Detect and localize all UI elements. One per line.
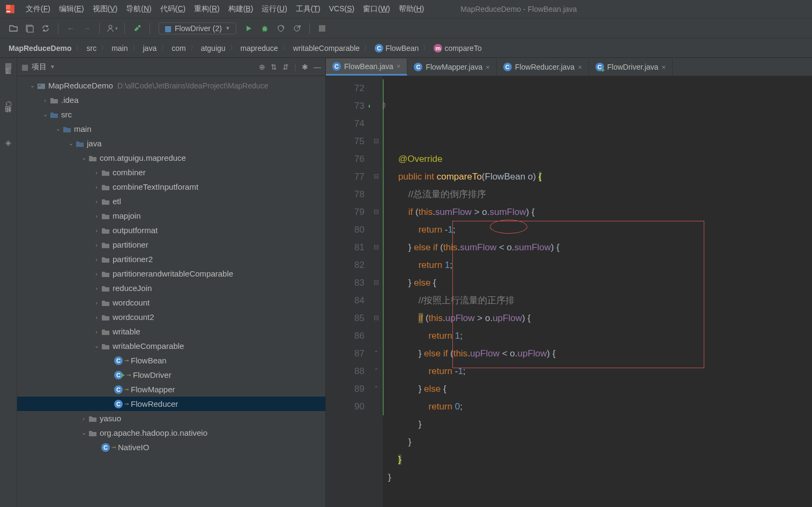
line-number[interactable]: 78 <box>326 185 364 203</box>
tree-arrow-icon[interactable]: › <box>92 256 101 263</box>
editor-tab[interactable]: CFlowMapper.java× <box>407 58 496 76</box>
breadcrumb-item[interactable]: main <box>109 44 130 53</box>
project-tool-icon[interactable]: ▦ <box>5 61 12 70</box>
tree-node[interactable]: ⌄java <box>17 136 325 151</box>
code-line[interactable]: return 1; <box>388 256 812 274</box>
open-icon[interactable] <box>6 21 20 35</box>
line-number[interactable]: 73●↑ @ <box>326 97 364 115</box>
menu-item[interactable]: 帮助(H) <box>394 4 428 13</box>
code-line[interactable]: } <box>388 468 812 486</box>
code-line[interactable]: return 1; <box>388 327 812 345</box>
sync-icon[interactable] <box>39 21 53 35</box>
menu-item[interactable]: VCS(S) <box>325 4 359 13</box>
tree-node[interactable]: ⌄main <box>17 122 325 136</box>
tree-arrow-icon[interactable]: › <box>92 329 101 335</box>
fold-gutter[interactable]: ⊟⊟⊟⊟⊟⊟⌃⌃⌃ <box>370 76 383 507</box>
menu-item[interactable]: 代码(C) <box>156 4 190 13</box>
fold-marker[interactable]: ⌃ <box>370 345 383 362</box>
line-number[interactable]: 84 <box>326 292 364 309</box>
fold-marker[interactable]: ⊟ <box>370 132 383 150</box>
line-number[interactable]: 77 <box>326 168 364 185</box>
line-number[interactable]: 90 <box>326 398 364 415</box>
tree-node[interactable]: C⊸FlowDriver <box>17 368 325 382</box>
tree-arrow-icon[interactable]: ⌄ <box>79 429 88 436</box>
code-line[interactable]: @Override <box>388 150 812 168</box>
bookmarks-tool-icon[interactable]: ◈ <box>5 138 11 147</box>
code-line[interactable]: return -1; <box>388 221 812 238</box>
breadcrumb-item[interactable]: com <box>169 44 188 53</box>
editor-tab[interactable]: CFlowBean.java× <box>326 58 407 76</box>
menu-item[interactable]: 重构(R) <box>190 4 224 13</box>
menu-item[interactable]: 编辑(E) <box>55 4 88 13</box>
breadcrumb-item[interactable]: MapReduceDemo <box>6 44 73 53</box>
tree-node[interactable]: ›partitionerandwritableComparable <box>17 266 325 281</box>
tree-arrow-icon[interactable]: ⌄ <box>28 82 36 89</box>
collapse-all-icon[interactable]: ⇵ <box>282 63 289 71</box>
tree-arrow-icon[interactable]: ⌄ <box>92 342 101 349</box>
tree-node[interactable]: ›partitioner <box>17 237 325 252</box>
tree-arrow-icon[interactable]: ⌄ <box>79 154 88 161</box>
tree-node[interactable]: C⊸NativeIO <box>17 440 325 454</box>
code-line[interactable]: } <box>388 451 812 468</box>
tree-arrow-icon[interactable]: › <box>92 198 101 205</box>
line-number[interactable]: 80 <box>326 221 364 238</box>
tree-node[interactable]: ›mapjoin <box>17 208 325 223</box>
fold-marker[interactable] <box>370 150 383 168</box>
tree-arrow-icon[interactable]: ⌄ <box>41 111 49 118</box>
line-gutter[interactable]: 7273●↑ @74757677787980818283848586878889… <box>326 76 370 507</box>
run-configuration-selector[interactable]: ▦ FlowDriver (2) ▼ <box>159 23 236 34</box>
fold-marker[interactable] <box>370 398 383 415</box>
profile-icon[interactable] <box>290 21 304 35</box>
code-line[interactable]: return 0; <box>388 398 812 415</box>
code-line[interactable]: } else if (this.upFlow < o.upFlow) { <box>388 345 812 362</box>
code-line[interactable]: if (this.sumFlow > o.sumFlow) { <box>388 203 812 221</box>
code-editor[interactable]: 7273●↑ @74757677787980818283848586878889… <box>326 76 812 507</box>
line-number[interactable]: 88 <box>326 362 364 380</box>
fold-marker[interactable]: ⊟ <box>370 238 383 256</box>
dropdown-icon[interactable]: ▼ <box>50 64 55 70</box>
code-line[interactable]: } else { <box>388 274 812 292</box>
fold-marker[interactable] <box>370 221 383 238</box>
fold-marker[interactable]: ⊟ <box>370 203 383 221</box>
expand-all-icon[interactable]: ⇅ <box>271 63 277 71</box>
tree-node[interactable]: ⌄MapReduceDemoD:\allCode\JetBrains\IdeaP… <box>17 78 325 93</box>
fold-marker[interactable] <box>370 292 383 309</box>
tree-node[interactable]: ›outputformat <box>17 223 325 237</box>
tree-arrow-icon[interactable]: › <box>41 97 49 103</box>
tree-node[interactable]: ›.idea <box>17 93 325 107</box>
breadcrumb-item[interactable]: java <box>141 44 159 53</box>
tree-node[interactable]: ›wordcount <box>17 295 325 310</box>
menu-item[interactable]: 视图(V) <box>88 4 122 13</box>
tree-node[interactable]: C⊸FlowBean <box>17 353 325 368</box>
tree-node[interactable]: ⌄writableComparable <box>17 339 325 353</box>
menu-item[interactable]: 工具(T) <box>292 4 325 13</box>
tree-node[interactable]: ⌄org.apache.hadoop.io.nativeio <box>17 426 325 440</box>
breadcrumb-item[interactable]: src <box>84 44 99 53</box>
code-line[interactable]: } else { <box>388 380 812 398</box>
menu-item[interactable]: 导航(N) <box>122 4 155 13</box>
tree-node[interactable]: ›combineTextInputforamt <box>17 180 325 194</box>
fold-marker[interactable] <box>370 185 383 203</box>
tree-node[interactable]: ⌄src <box>17 107 325 122</box>
settings-icon[interactable]: ✱ <box>302 63 308 71</box>
line-number[interactable]: 82 <box>326 256 364 274</box>
line-number[interactable]: 74 <box>326 115 364 132</box>
code-line[interactable]: } <box>388 433 812 451</box>
tree-arrow-icon[interactable]: › <box>92 169 101 176</box>
close-tab-icon[interactable]: × <box>661 63 666 71</box>
line-number[interactable]: 87 <box>326 345 364 362</box>
hammer-icon[interactable] <box>130 21 144 35</box>
tree-node[interactable]: ›writable <box>17 324 325 339</box>
close-tab-icon[interactable]: × <box>578 63 582 71</box>
user-icon[interactable]: ▾ <box>105 21 119 35</box>
hide-panel-icon[interactable]: — <box>314 63 321 71</box>
code-content[interactable]: @Override public int compareTo(FlowBean … <box>383 76 812 507</box>
fold-marker[interactable]: ⌃ <box>370 362 383 380</box>
run-icon[interactable] <box>242 21 256 35</box>
menu-item[interactable]: 窗口(W) <box>359 4 394 13</box>
tree-arrow-icon[interactable]: ⌄ <box>54 125 62 132</box>
tree-arrow-icon[interactable]: › <box>92 242 101 248</box>
editor-tab[interactable]: CFlowDriver.java× <box>589 58 673 76</box>
line-number[interactable]: 79 <box>326 203 364 221</box>
tree-node[interactable]: ›partitioner2 <box>17 252 325 266</box>
